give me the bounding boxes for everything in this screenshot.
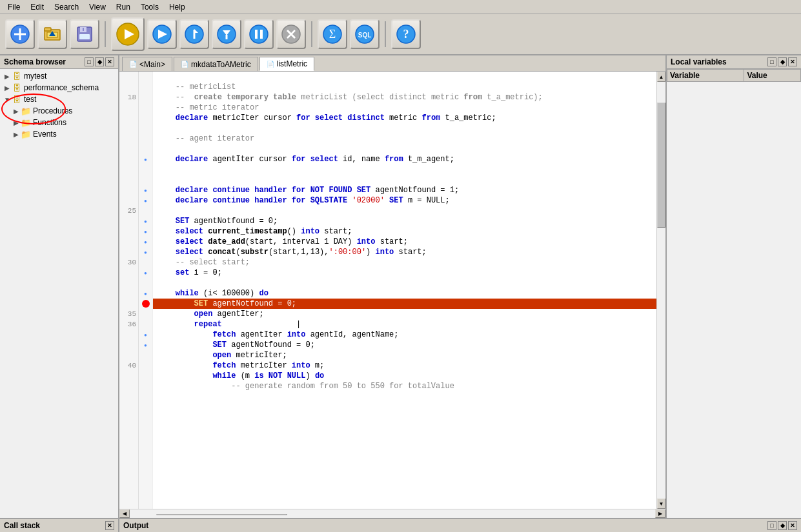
expander-test[interactable]: ▼ (3, 95, 12, 104)
editor-scrollbar[interactable]: ▲ ▼ (656, 72, 665, 509)
code-line-6 (153, 123, 656, 133)
col-variable: Variable (667, 70, 744, 82)
code-line-13: declare continue handler for SQLSTATE '0… (153, 195, 656, 206)
tree-item-functions[interactable]: ▶ 📁 Functions (1, 117, 117, 128)
code-content[interactable]: -- metricList -- create temporary table … (153, 72, 656, 509)
tree-item-test[interactable]: ▼ 🗄 test (1, 94, 117, 105)
tree-label-procedures: Procedures (33, 106, 72, 115)
execute-button[interactable] (111, 17, 145, 51)
code-line-25: repeat | (153, 319, 656, 330)
tree-label-events: Events (33, 130, 57, 139)
panel-restore-btn[interactable]: □ (85, 57, 94, 66)
output-restore-btn[interactable]: □ (767, 521, 776, 530)
call-stack-header: Call stack ✕ (0, 519, 118, 532)
menu-view[interactable]: View (84, 1, 111, 13)
expander-performance-schema[interactable]: ▶ (3, 83, 12, 92)
tree-label-performance: performance_schema (24, 83, 99, 92)
db-icon-test: 🗄 (12, 94, 22, 104)
local-var-dock-btn[interactable]: ◆ (778, 57, 787, 66)
code-line-31: -- generate random from 50 to 550 for to… (153, 381, 656, 391)
step-into-button[interactable] (212, 19, 241, 49)
code-line-highlighted: SET agentNotfound = 0; (153, 299, 656, 309)
help-button[interactable]: ? (391, 19, 421, 49)
svg-text:Σ: Σ (329, 28, 336, 41)
expander-functions[interactable]: ▶ (12, 118, 21, 127)
expander-procedures[interactable]: ▶ (12, 106, 21, 115)
output-close-btn[interactable]: ✕ (788, 521, 797, 530)
editor-area: 📄 <Main> 📄 mkdataToAMetric 📄 listMetric … (119, 55, 665, 518)
tree-item-mytest[interactable]: ▶ 🗄 mytest (1, 70, 117, 82)
hscrollbar-thumb[interactable] (156, 514, 288, 515)
local-var-close-btn[interactable]: ✕ (788, 57, 797, 66)
sql-button[interactable]: SQL (350, 19, 380, 49)
menu-tools[interactable]: Tools (136, 1, 164, 13)
scrollbar-down[interactable]: ▼ (657, 498, 665, 509)
tree-item-performance-schema[interactable]: ▶ 🗄 performance_schema (1, 82, 117, 94)
tree-item-events[interactable]: ▶ 📁 Events (1, 128, 117, 140)
code-line-12: declare continue handler for NOT FOUND S… (153, 185, 656, 195)
code-line-15: SET agentNotfound = 0; (153, 216, 656, 226)
scrollbar-thumb[interactable] (657, 103, 665, 228)
svg-rect-4 (45, 28, 51, 31)
schema-browser-title: Schema browser (4, 57, 66, 66)
db-icon-mytest: 🗄 (12, 71, 22, 81)
folder-icon-procedures: 📁 (21, 106, 31, 116)
scrollbar-track[interactable] (657, 82, 665, 498)
code-line-24: open agentIter; (153, 309, 656, 319)
call-stack-close-btn[interactable]: ✕ (105, 521, 114, 530)
step-over-button[interactable] (179, 19, 209, 49)
code-line-1 (153, 72, 656, 82)
expander-mytest[interactable]: ▶ (3, 72, 12, 81)
code-line-11 (153, 175, 656, 185)
tab-listmetric[interactable]: 📄 listMetric (259, 57, 314, 71)
editor-hscrollbar[interactable]: ◀ ▶ (119, 509, 665, 518)
tree-label-functions: Functions (33, 118, 66, 127)
svg-text:?: ? (403, 28, 409, 41)
panel-close-btn[interactable]: ✕ (105, 57, 114, 66)
tab-mkdata-label: mkdataToAMetric (191, 60, 251, 69)
tab-mkdata[interactable]: 📄 mkdataToAMetric (174, 57, 258, 71)
code-line-22: while (i< 100000) do (153, 288, 656, 299)
hscrollbar-left[interactable]: ◀ (119, 509, 130, 518)
tab-mkdata-icon: 📄 (181, 61, 188, 68)
call-stack-controls: ✕ (105, 521, 114, 530)
local-var-restore-btn[interactable]: □ (767, 57, 776, 66)
schema-browser-header: Schema browser □ ◆ ✕ (0, 55, 118, 69)
run-button[interactable] (147, 19, 177, 49)
code-line-16: select current_timestamp() into start; (153, 226, 656, 237)
save-button[interactable] (70, 19, 99, 49)
tab-main[interactable]: 📄 <Main> (122, 57, 172, 71)
tab-listmetric-icon: 📄 (267, 61, 274, 68)
panel-dock-btn[interactable]: ◆ (95, 57, 104, 66)
sum-button[interactable]: Σ (318, 19, 347, 49)
code-line-18: select concat(substr(start,1,13),':00:00… (153, 247, 656, 257)
pause-button[interactable] (244, 19, 274, 49)
stop-button[interactable] (276, 19, 306, 49)
expander-events[interactable]: ▶ (12, 130, 21, 139)
menu-file[interactable]: File (3, 1, 25, 13)
menu-search[interactable]: Search (49, 1, 84, 13)
tabs-bar: 📄 <Main> 📄 mkdataToAMetric 📄 listMetric (119, 55, 665, 72)
call-stack-title: Call stack (4, 521, 40, 530)
tree-label-test: test (24, 95, 36, 104)
open-button[interactable] (37, 19, 67, 49)
scrollbar-up[interactable]: ▲ (657, 72, 665, 82)
local-var-controls: □ ◆ ✕ (767, 57, 797, 66)
tree-item-procedures[interactable]: ▶ 📁 Procedures (1, 105, 117, 117)
output-title: Output (123, 521, 148, 530)
toolbar: Σ SQL ? (0, 14, 801, 55)
output-dock-btn[interactable]: ◆ (778, 521, 787, 530)
menu-help[interactable]: Help (164, 1, 190, 13)
svg-rect-9 (79, 34, 90, 39)
folder-icon-events: 📁 (21, 129, 31, 139)
code-editor[interactable]: 18 25 30 35 (119, 72, 665, 509)
col-value: Value (744, 70, 801, 82)
code-line-19: -- select start; (153, 257, 656, 268)
code-line-30: while (m is NOT NULL) do (153, 371, 656, 381)
menu-run[interactable]: Run (111, 1, 136, 13)
new-button[interactable] (5, 19, 35, 49)
code-line-17: select date_add(start, interval 1 DAY) i… (153, 237, 656, 247)
menu-edit[interactable]: Edit (25, 1, 49, 13)
hscrollbar-right[interactable]: ▶ (655, 509, 665, 518)
code-line-3: -- create temporary table metricList (se… (153, 92, 656, 103)
